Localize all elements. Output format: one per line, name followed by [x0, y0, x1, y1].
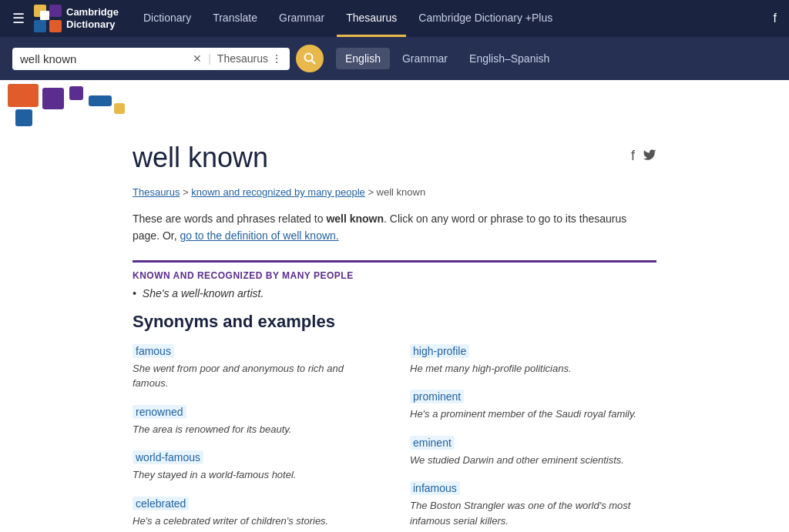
- svg-rect-1: [49, 5, 62, 17]
- deco-block-orange: [8, 84, 39, 107]
- list-item: famous She went from poor and anonymous …: [133, 344, 379, 391]
- word-title: well known: [133, 142, 268, 174]
- word-title-row: well known f: [133, 142, 656, 174]
- synonyms-right-column: high-profile He met many high-profile po…: [410, 344, 656, 532]
- synonym-word-prominent[interactable]: prominent: [410, 390, 464, 403]
- search-tab-grammar[interactable]: Grammar: [393, 48, 457, 69]
- svg-rect-2: [34, 20, 46, 32]
- search-source-label: Thesaurus: [217, 52, 268, 65]
- hamburger-menu[interactable]: ☰: [12, 10, 25, 27]
- synonym-example: The Boston Strangler was one of the worl…: [410, 498, 656, 528]
- nav-links: Dictionary Translate Grammar Thesaurus C…: [134, 1, 767, 37]
- nav-dictionary[interactable]: Dictionary: [134, 1, 200, 37]
- bullet-icon: •: [133, 287, 136, 299]
- search-divider: |: [208, 52, 211, 65]
- svg-rect-4: [40, 11, 49, 20]
- list-item: eminent We studied Darwin and other emin…: [410, 436, 656, 468]
- list-item: celebrated He's a celebrated writer of c…: [133, 497, 379, 529]
- synonym-example: The area is renowned for its beauty.: [133, 422, 379, 437]
- logo-area[interactable]: Cambridge Dictionary: [34, 5, 119, 32]
- search-source-selector[interactable]: Thesaurus ⋮: [217, 52, 282, 65]
- synonym-word-world-famous[interactable]: world-famous: [133, 450, 203, 464]
- synonym-example: She went from poor and anonymous to rich…: [133, 361, 379, 391]
- list-item: high-profile He met many high-profile po…: [410, 344, 656, 376]
- deco-block-purple: [42, 88, 64, 109]
- description-link[interactable]: go to the definition of well known.: [180, 229, 338, 242]
- synonym-example: He's a celebrated writer of children's s…: [133, 514, 379, 529]
- description: These are words and phrases related to w…: [133, 210, 656, 245]
- deco-block-yellow: [114, 103, 125, 114]
- category-example-text: She's a well-known artist.: [143, 287, 264, 299]
- synonym-word-infamous[interactable]: infamous: [410, 481, 460, 495]
- synonym-word-renowned[interactable]: renowned: [133, 405, 186, 419]
- search-input-wrapper: ✕ | Thesaurus ⋮: [12, 48, 290, 70]
- nav-grammar[interactable]: Grammar: [270, 1, 334, 37]
- synonyms-grid: famous She went from poor and anonymous …: [133, 344, 656, 532]
- nav-plus[interactable]: Cambridge Dictionary +Plus: [409, 1, 562, 37]
- breadcrumb-sep1: >: [183, 186, 191, 198]
- search-source-more-icon: ⋮: [271, 52, 282, 65]
- synonyms-title: Synonyms and examples: [133, 312, 656, 332]
- category-title: KNOWN AND RECOGNIZED BY MANY PEOPLE: [133, 270, 656, 281]
- list-item: world-famous They stayed in a world-famo…: [133, 450, 379, 483]
- synonym-word-eminent[interactable]: eminent: [410, 436, 455, 450]
- list-item: infamous The Boston Strangler was one of…: [410, 481, 656, 528]
- synonyms-left-column: famous She went from poor and anonymous …: [133, 344, 379, 532]
- search-button[interactable]: [296, 45, 324, 72]
- nav-thesaurus[interactable]: Thesaurus: [337, 1, 406, 37]
- category-example: • She's a well-known artist.: [133, 287, 656, 299]
- deco-block-blue2: [89, 95, 112, 106]
- deco-block-purple2: [69, 86, 83, 100]
- top-navigation: ☰ Cambridge Dictionary Dictionary Transl…: [0, 0, 789, 37]
- list-item: prominent He's a prominent member of the…: [410, 390, 656, 422]
- deco-block-blue: [15, 109, 32, 126]
- breadcrumb: Thesaurus > known and recognized by many…: [133, 186, 656, 198]
- search-icon: [304, 52, 316, 65]
- synonym-example: We studied Darwin and other eminent scie…: [410, 453, 656, 468]
- search-tab-english[interactable]: English: [336, 48, 390, 69]
- breadcrumb-category[interactable]: known and recognized by many people: [191, 186, 364, 198]
- synonym-example: He met many high-profile politicians.: [410, 361, 656, 376]
- svg-line-6: [312, 61, 316, 65]
- decorative-area: [0, 80, 789, 126]
- synonym-example: They stayed in a world-famous hotel.: [133, 467, 379, 483]
- search-input[interactable]: [20, 52, 186, 65]
- description-bold-word: well known: [326, 212, 384, 225]
- search-tab-spanish[interactable]: English–Spanish: [460, 48, 559, 69]
- main-content: well known f Thesaurus > known and recog…: [117, 126, 672, 532]
- list-item: renowned The area is renowned for its be…: [133, 405, 379, 437]
- breadcrumb-sep2: >: [368, 186, 376, 198]
- search-clear-button[interactable]: ✕: [193, 52, 202, 65]
- category-section: KNOWN AND RECOGNIZED BY MANY PEOPLE • Sh…: [133, 260, 656, 299]
- breadcrumb-current: well known: [377, 186, 426, 198]
- svg-point-5: [305, 54, 313, 62]
- search-tabs: English Grammar English–Spanish: [336, 48, 559, 69]
- twitter-share-icon[interactable]: [643, 148, 656, 166]
- svg-rect-3: [49, 20, 62, 32]
- logo-text: Cambridge Dictionary: [66, 6, 119, 30]
- synonym-word-celebrated[interactable]: celebrated: [133, 497, 189, 510]
- description-prefix: These are words and phrases related to: [133, 212, 326, 225]
- nav-translate[interactable]: Translate: [203, 1, 267, 37]
- search-bar: ✕ | Thesaurus ⋮ English Grammar English–…: [0, 37, 789, 80]
- cambridge-logo-icon: [34, 5, 62, 32]
- breadcrumb-thesaurus[interactable]: Thesaurus: [133, 186, 180, 198]
- social-share-icons: f: [631, 148, 656, 166]
- facebook-nav-icon[interactable]: f: [774, 12, 777, 25]
- synonym-word-high-profile[interactable]: high-profile: [410, 344, 469, 358]
- facebook-share-icon[interactable]: f: [631, 148, 635, 166]
- synonym-word-famous[interactable]: famous: [133, 344, 174, 358]
- synonym-example: He's a prominent member of the Saudi roy…: [410, 407, 656, 422]
